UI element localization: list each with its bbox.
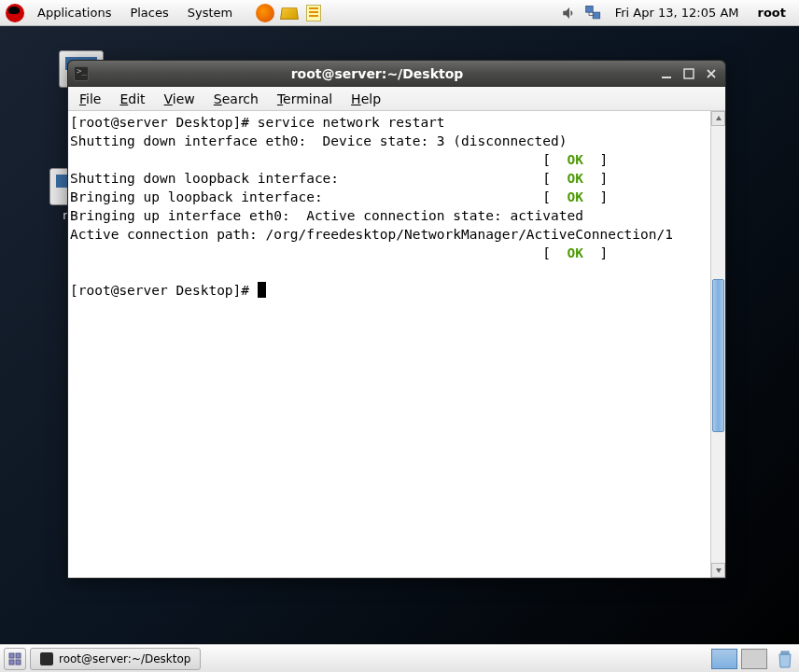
menu-edit[interactable]: Edit — [110, 88, 154, 110]
top-panel: Applications Places System Fri Apr 13, 1… — [0, 0, 799, 26]
svg-rect-4 — [9, 653, 14, 658]
svg-rect-2 — [662, 77, 671, 78]
scrollbar-thumb[interactable] — [712, 279, 724, 432]
svg-rect-8 — [781, 651, 789, 654]
workspace-2[interactable] — [741, 649, 767, 669]
terminal-window: root@server:~/Desktop File Edit View Sea… — [67, 60, 726, 579]
taskbar-item-terminal[interactable]: root@server:~/Desktop — [30, 648, 201, 670]
bottom-panel: root@server:~/Desktop — [0, 644, 799, 672]
menu-view[interactable]: View — [155, 88, 204, 110]
package-manager-launcher-icon[interactable] — [279, 3, 300, 23]
terminal-titlebar-icon — [74, 66, 89, 81]
firefox-launcher-icon[interactable] — [255, 3, 275, 23]
svg-rect-5 — [16, 653, 21, 658]
svg-rect-7 — [16, 660, 21, 665]
terminal-scrollbar[interactable] — [710, 111, 725, 578]
window-titlebar[interactable]: root@server:~/Desktop — [68, 61, 725, 87]
terminal-output[interactable]: [root@server Desktop]# service network r… — [68, 111, 710, 578]
workspace-switcher — [711, 649, 767, 669]
scrollbar-track[interactable] — [711, 126, 725, 563]
applications-menu[interactable]: Applications — [30, 2, 119, 23]
close-button[interactable] — [703, 65, 720, 82]
svg-rect-0 — [585, 6, 593, 12]
taskbar-terminal-icon — [40, 652, 53, 665]
svg-rect-3 — [684, 69, 694, 78]
workspace-1[interactable] — [711, 649, 737, 669]
places-menu[interactable]: Places — [122, 2, 175, 23]
window-title: root@server:~/Desktop — [96, 66, 658, 81]
redhat-logo-icon[interactable] — [6, 4, 24, 22]
menu-search[interactable]: Search — [204, 88, 268, 110]
menu-terminal[interactable]: Terminal — [268, 88, 342, 110]
trash-icon[interactable] — [775, 649, 795, 669]
menu-file[interactable]: File — [70, 88, 110, 110]
maximize-button[interactable] — [680, 65, 697, 82]
menu-help[interactable]: Help — [342, 88, 390, 110]
terminal-body: [root@server Desktop]# service network r… — [68, 111, 725, 578]
terminal-menubar: File Edit View Search Terminal Help — [68, 87, 725, 111]
volume-icon[interactable] — [559, 3, 580, 23]
svg-rect-6 — [9, 660, 14, 665]
minimize-button[interactable] — [658, 65, 675, 82]
taskbar-item-label: root@server:~/Desktop — [59, 652, 190, 665]
user-menu[interactable]: root — [750, 6, 794, 20]
scroll-up-button[interactable] — [711, 111, 725, 126]
show-desktop-button[interactable] — [4, 648, 26, 670]
clock[interactable]: Fri Apr 13, 12:05 AM — [608, 6, 747, 20]
scroll-down-button[interactable] — [711, 563, 725, 578]
network-applet-icon[interactable] — [583, 3, 604, 23]
system-menu[interactable]: System — [180, 2, 240, 23]
notes-launcher-icon[interactable] — [303, 3, 324, 23]
